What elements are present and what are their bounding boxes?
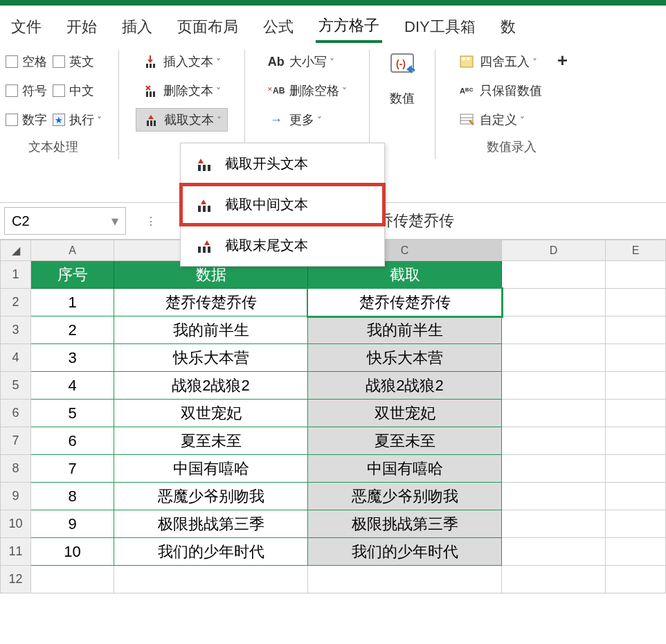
cell-seq[interactable]: 2 xyxy=(31,316,114,344)
dd-extract-end[interactable]: 截取末尾文本 xyxy=(181,225,384,266)
cell-data[interactable]: 我们的少年时代 xyxy=(114,538,308,566)
tab-pagelayout[interactable]: 页面布局 xyxy=(174,12,241,42)
row-header[interactable]: 7 xyxy=(1,427,31,455)
btn-insert-text[interactable]: 插入文本 xyxy=(136,50,228,73)
row-header[interactable]: 9 xyxy=(1,483,31,510)
tab-home[interactable]: 开始 xyxy=(64,12,100,42)
chevron-down-icon[interactable]: ▾ xyxy=(111,213,118,229)
cell-seq[interactable]: 7 xyxy=(31,455,114,483)
cell-data[interactable]: 夏至未至 xyxy=(114,427,308,455)
cell[interactable] xyxy=(31,566,114,593)
cell[interactable] xyxy=(606,427,666,455)
checkbox-cn[interactable] xyxy=(53,84,65,97)
tab-file[interactable]: 文件 xyxy=(8,12,44,42)
cell-data[interactable]: 恶魔少爷别吻我 xyxy=(114,483,308,510)
cell[interactable] xyxy=(502,427,606,455)
cell[interactable] xyxy=(502,289,606,316)
cell-data[interactable]: 战狼2战狼2 xyxy=(114,372,308,400)
dd-extract-mid[interactable]: 截取中间文本 xyxy=(181,184,384,225)
cell[interactable] xyxy=(502,483,606,510)
cell[interactable] xyxy=(606,344,666,372)
row-header[interactable]: 6 xyxy=(1,400,31,427)
cell-data[interactable]: 双世宠妃 xyxy=(114,400,308,427)
cell-data[interactable]: 楚乔传楚乔传 xyxy=(114,289,308,316)
cell[interactable] xyxy=(114,566,308,593)
cell-seq[interactable]: 10 xyxy=(31,538,114,566)
cell[interactable] xyxy=(502,372,606,400)
row-header[interactable]: 10 xyxy=(1,510,31,538)
checkbox-eng[interactable] xyxy=(53,55,65,68)
btn-delete-text[interactable]: 删除文本 xyxy=(136,79,228,102)
fx-dots-icon[interactable]: ⋮ xyxy=(145,215,156,228)
row-header[interactable]: 2 xyxy=(1,289,31,316)
cell[interactable] xyxy=(502,538,606,566)
btn-extract-text[interactable]: 截取文本 xyxy=(136,108,228,132)
cell-extract[interactable]: 夏至未至 xyxy=(308,427,502,455)
row-header[interactable]: 12 xyxy=(1,566,31,593)
cell-extract[interactable]: 双世宠妃 xyxy=(308,400,502,427)
cell[interactable] xyxy=(502,261,606,289)
row-header[interactable]: 8 xyxy=(1,455,31,483)
cell-data[interactable]: 中国有嘻哈 xyxy=(114,455,308,483)
table-header-seq[interactable]: 序号 xyxy=(31,261,114,289)
btn-case[interactable]: Ab 大小写 xyxy=(262,50,352,73)
btn-custom[interactable]: 自定义 xyxy=(452,108,548,132)
checkbox-exec[interactable]: ★ xyxy=(53,114,65,126)
cell[interactable] xyxy=(502,566,606,593)
checkbox-number[interactable] xyxy=(6,114,18,126)
cell[interactable] xyxy=(308,566,502,593)
cell[interactable] xyxy=(502,455,606,483)
cell-extract[interactable]: 恶魔少爷别吻我 xyxy=(308,483,502,510)
cell-data[interactable]: 极限挑战第三季 xyxy=(114,510,308,538)
tab-diy-toolbox[interactable]: DIY工具箱 xyxy=(402,12,478,42)
row-header[interactable]: 5 xyxy=(1,372,31,400)
cell[interactable] xyxy=(606,372,666,400)
cell[interactable] xyxy=(502,400,606,427)
btn-keep-numeric[interactable]: ABC 只保留数值 xyxy=(452,79,548,102)
btn-round[interactable]: 四舍五入 xyxy=(452,50,548,73)
tab-fangfang-gezi[interactable]: 方方格子 xyxy=(316,11,382,43)
cell[interactable] xyxy=(606,455,666,483)
select-all-corner[interactable]: ◢ xyxy=(1,240,31,261)
cell-extract[interactable]: 楚乔传楚乔传 xyxy=(308,289,502,316)
cell-data[interactable]: 快乐大本营 xyxy=(114,344,308,372)
row-header[interactable]: 11 xyxy=(1,538,31,566)
cell-extract[interactable]: 中国有嘻哈 xyxy=(308,455,502,483)
col-header-d[interactable]: D xyxy=(502,240,606,261)
cell-extract[interactable]: 战狼2战狼2 xyxy=(308,372,502,400)
cell[interactable] xyxy=(606,566,666,593)
cell[interactable] xyxy=(606,510,666,538)
cell-extract[interactable]: 我们的少年时代 xyxy=(308,538,502,566)
row-header[interactable]: 1 xyxy=(1,261,31,289)
btn-trim[interactable]: ✕AB 删除空格 xyxy=(262,79,352,102)
numeric-label[interactable]: 数值 xyxy=(390,90,415,107)
checkbox-symbol[interactable] xyxy=(6,84,18,97)
cell-extract[interactable]: 快乐大本营 xyxy=(308,344,502,372)
cell-extract[interactable]: 极限挑战第三季 xyxy=(308,510,502,538)
cell[interactable] xyxy=(502,510,606,538)
cell[interactable] xyxy=(606,400,666,427)
tab-num-truncated[interactable]: 数 xyxy=(498,12,519,42)
row-header[interactable]: 4 xyxy=(1,344,31,372)
cell-data[interactable]: 我的前半生 xyxy=(114,316,308,344)
cell[interactable] xyxy=(606,289,666,316)
formula-bar-text[interactable]: 乔传楚乔传 xyxy=(378,211,454,231)
cell[interactable] xyxy=(502,344,606,372)
row-header[interactable]: 3 xyxy=(1,316,31,344)
cell-seq[interactable]: 8 xyxy=(31,483,114,510)
tab-formulas[interactable]: 公式 xyxy=(260,12,296,42)
cell[interactable] xyxy=(502,316,606,344)
cell[interactable] xyxy=(606,261,666,289)
cell-seq[interactable]: 9 xyxy=(31,510,114,538)
cell-extract[interactable]: 我的前半生 xyxy=(308,316,502,344)
col-header-e[interactable]: E xyxy=(606,240,666,261)
cell-seq[interactable]: 1 xyxy=(31,289,114,316)
cell[interactable] xyxy=(606,538,666,566)
cell-seq[interactable]: 5 xyxy=(31,400,114,427)
label-exec[interactable]: 执行 xyxy=(69,111,102,128)
btn-more[interactable]: → 更多 xyxy=(262,108,352,132)
dd-extract-start[interactable]: 截取开头文本 xyxy=(181,143,384,184)
tab-insert[interactable]: 插入 xyxy=(119,12,155,42)
name-box[interactable]: C2 ▾ xyxy=(4,207,126,235)
cell[interactable] xyxy=(606,316,666,344)
